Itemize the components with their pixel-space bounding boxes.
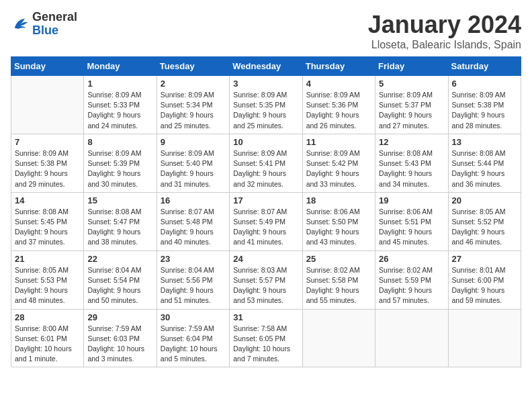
day-number: 8 <box>87 137 152 147</box>
day-number: 10 <box>233 137 298 147</box>
calendar-day: 9Sunrise: 8:09 AMSunset: 5:40 PMDaylight… <box>157 134 229 192</box>
weekday-header-friday: Friday <box>375 57 448 76</box>
calendar-day: 19Sunrise: 8:06 AMSunset: 5:51 PMDayligh… <box>375 192 448 250</box>
calendar-week-5: 28Sunrise: 8:00 AMSunset: 6:01 PMDayligh… <box>11 309 521 367</box>
day-number: 31 <box>233 312 298 322</box>
calendar-day <box>375 309 448 367</box>
calendar-day: 15Sunrise: 8:08 AMSunset: 5:47 PMDayligh… <box>84 192 157 250</box>
logo-bird-icon <box>11 15 30 34</box>
day-info: Sunrise: 8:01 AMSunset: 6:00 PMDaylight:… <box>452 265 517 306</box>
weekday-header-row: SundayMondayTuesdayWednesdayThursdayFrid… <box>11 57 521 76</box>
day-info: Sunrise: 8:09 AMSunset: 5:42 PMDaylight:… <box>306 148 371 189</box>
location-title: Lloseta, Balearic Islands, Spain <box>368 39 521 51</box>
day-number: 16 <box>161 195 226 205</box>
calendar-day <box>448 309 521 367</box>
day-number: 6 <box>452 79 517 89</box>
day-info: Sunrise: 8:06 AMSunset: 5:51 PMDaylight:… <box>379 207 444 248</box>
calendar-day: 10Sunrise: 8:09 AMSunset: 5:41 PMDayligh… <box>230 134 302 192</box>
day-number: 22 <box>87 254 152 264</box>
day-info: Sunrise: 8:08 AMSunset: 5:47 PMDaylight:… <box>87 207 152 248</box>
calendar-day: 6Sunrise: 8:09 AMSunset: 5:38 PMDaylight… <box>448 76 521 134</box>
calendar-day: 16Sunrise: 8:07 AMSunset: 5:48 PMDayligh… <box>157 192 229 250</box>
day-info: Sunrise: 7:59 AMSunset: 6:04 PMDaylight:… <box>161 324 226 365</box>
calendar-day: 23Sunrise: 8:04 AMSunset: 5:56 PMDayligh… <box>157 250 229 309</box>
calendar-day: 30Sunrise: 7:59 AMSunset: 6:04 PMDayligh… <box>157 309 229 367</box>
day-info: Sunrise: 7:59 AMSunset: 6:03 PMDaylight:… <box>87 324 152 365</box>
title-block: January 2024 Lloseta, Balearic Islands, … <box>368 11 521 51</box>
day-number: 29 <box>87 312 152 322</box>
day-number: 21 <box>15 254 80 264</box>
day-info: Sunrise: 8:09 AMSunset: 5:38 PMDaylight:… <box>15 148 80 189</box>
day-number: 27 <box>452 254 517 264</box>
day-number: 17 <box>233 195 298 205</box>
day-info: Sunrise: 8:00 AMSunset: 6:01 PMDaylight:… <box>15 324 80 365</box>
day-number: 5 <box>379 79 444 89</box>
day-number: 2 <box>161 79 226 89</box>
calendar-day <box>302 309 375 367</box>
page-header: General Blue January 2024 Lloseta, Balea… <box>11 11 521 51</box>
day-info: Sunrise: 8:09 AMSunset: 5:37 PMDaylight:… <box>379 90 444 131</box>
day-info: Sunrise: 8:07 AMSunset: 5:48 PMDaylight:… <box>161 207 226 248</box>
calendar-week-2: 7Sunrise: 8:09 AMSunset: 5:38 PMDaylight… <box>11 134 521 192</box>
calendar-day: 27Sunrise: 8:01 AMSunset: 6:00 PMDayligh… <box>448 250 521 309</box>
day-number: 19 <box>379 195 444 205</box>
day-info: Sunrise: 8:09 AMSunset: 5:41 PMDaylight:… <box>233 148 298 189</box>
calendar-day: 14Sunrise: 8:08 AMSunset: 5:45 PMDayligh… <box>11 192 84 250</box>
calendar-day: 24Sunrise: 8:03 AMSunset: 5:57 PMDayligh… <box>230 250 302 309</box>
weekday-header-thursday: Thursday <box>302 57 375 76</box>
day-info: Sunrise: 8:08 AMSunset: 5:43 PMDaylight:… <box>379 148 444 189</box>
day-info: Sunrise: 8:09 AMSunset: 5:34 PMDaylight:… <box>161 90 226 131</box>
weekday-header-monday: Monday <box>84 57 157 76</box>
day-info: Sunrise: 8:04 AMSunset: 5:56 PMDaylight:… <box>161 265 226 306</box>
logo-general: General <box>32 10 77 24</box>
day-number: 11 <box>306 137 371 147</box>
calendar-day: 17Sunrise: 8:07 AMSunset: 5:49 PMDayligh… <box>230 192 302 250</box>
calendar-day: 20Sunrise: 8:05 AMSunset: 5:52 PMDayligh… <box>448 192 521 250</box>
calendar-day: 8Sunrise: 8:09 AMSunset: 5:39 PMDaylight… <box>84 134 157 192</box>
day-number: 3 <box>233 79 298 89</box>
weekday-header-saturday: Saturday <box>448 57 521 76</box>
calendar-day: 21Sunrise: 8:05 AMSunset: 5:53 PMDayligh… <box>11 250 84 309</box>
day-info: Sunrise: 8:09 AMSunset: 5:38 PMDaylight:… <box>452 90 517 131</box>
day-number: 24 <box>233 254 298 264</box>
day-number: 30 <box>161 312 226 322</box>
weekday-header-sunday: Sunday <box>11 57 84 76</box>
calendar-week-3: 14Sunrise: 8:08 AMSunset: 5:45 PMDayligh… <box>11 192 521 250</box>
day-number: 28 <box>15 312 80 322</box>
calendar-day: 29Sunrise: 7:59 AMSunset: 6:03 PMDayligh… <box>84 309 157 367</box>
calendar-day: 3Sunrise: 8:09 AMSunset: 5:35 PMDaylight… <box>230 76 302 134</box>
day-number: 1 <box>87 79 152 89</box>
weekday-header-tuesday: Tuesday <box>157 57 229 76</box>
day-info: Sunrise: 8:09 AMSunset: 5:40 PMDaylight:… <box>161 148 226 189</box>
day-info: Sunrise: 8:09 AMSunset: 5:33 PMDaylight:… <box>87 90 152 131</box>
calendar-day: 7Sunrise: 8:09 AMSunset: 5:38 PMDaylight… <box>11 134 84 192</box>
calendar-day: 22Sunrise: 8:04 AMSunset: 5:54 PMDayligh… <box>84 250 157 309</box>
day-info: Sunrise: 8:02 AMSunset: 5:58 PMDaylight:… <box>306 265 371 306</box>
calendar-body: 1Sunrise: 8:09 AMSunset: 5:33 PMDaylight… <box>11 76 521 367</box>
calendar-day: 31Sunrise: 7:58 AMSunset: 6:05 PMDayligh… <box>230 309 302 367</box>
calendar-day: 26Sunrise: 8:02 AMSunset: 5:59 PMDayligh… <box>375 250 448 309</box>
day-info: Sunrise: 8:06 AMSunset: 5:50 PMDaylight:… <box>306 207 371 248</box>
day-info: Sunrise: 8:09 AMSunset: 5:39 PMDaylight:… <box>87 148 152 189</box>
weekday-header-wednesday: Wednesday <box>230 57 302 76</box>
day-info: Sunrise: 8:08 AMSunset: 5:44 PMDaylight:… <box>452 148 517 189</box>
month-title: January 2024 <box>368 11 521 39</box>
day-info: Sunrise: 8:09 AMSunset: 5:36 PMDaylight:… <box>306 90 371 131</box>
day-number: 14 <box>15 195 80 205</box>
calendar-day: 1Sunrise: 8:09 AMSunset: 5:33 PMDaylight… <box>84 76 157 134</box>
calendar-week-4: 21Sunrise: 8:05 AMSunset: 5:53 PMDayligh… <box>11 250 521 309</box>
day-number: 20 <box>452 195 517 205</box>
calendar-day: 13Sunrise: 8:08 AMSunset: 5:44 PMDayligh… <box>448 134 521 192</box>
day-number: 4 <box>306 79 371 89</box>
calendar-day: 25Sunrise: 8:02 AMSunset: 5:58 PMDayligh… <box>302 250 375 309</box>
day-number: 26 <box>379 254 444 264</box>
day-number: 7 <box>15 137 80 147</box>
day-info: Sunrise: 8:04 AMSunset: 5:54 PMDaylight:… <box>87 265 152 306</box>
day-number: 25 <box>306 254 371 264</box>
day-info: Sunrise: 8:05 AMSunset: 5:52 PMDaylight:… <box>452 207 517 248</box>
day-number: 12 <box>379 137 444 147</box>
calendar-day: 5Sunrise: 8:09 AMSunset: 5:37 PMDaylight… <box>375 76 448 134</box>
calendar-day: 4Sunrise: 8:09 AMSunset: 5:36 PMDaylight… <box>302 76 375 134</box>
day-info: Sunrise: 8:07 AMSunset: 5:49 PMDaylight:… <box>233 207 298 248</box>
calendar-week-1: 1Sunrise: 8:09 AMSunset: 5:33 PMDaylight… <box>11 76 521 134</box>
